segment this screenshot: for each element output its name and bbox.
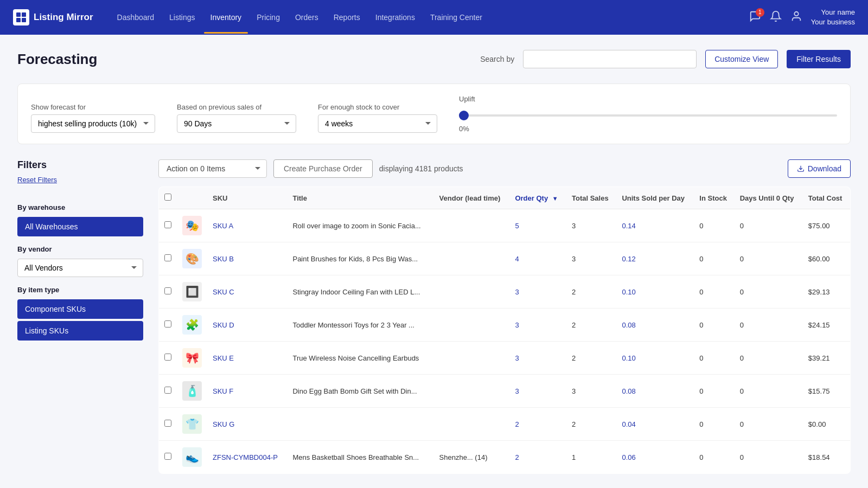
total-cost-cell: $24.15 [803,309,851,342]
cover-select[interactable]: 4 weeks [318,114,437,133]
svg-rect-2 [16,18,21,22]
filter-results-button[interactable]: Filter Results [787,50,851,68]
total-sales-cell: 3 [566,209,616,242]
product-image: 👟 [182,447,202,467]
days-until-cell: 0 [735,441,803,474]
in-stock-cell: 0 [694,375,734,408]
uplift-slider[interactable] [459,114,837,117]
table-row: 🎭 SKU A Roll over image to zoom in Sonic… [159,209,851,242]
order-qty-link[interactable]: 3 [515,387,519,395]
show-forecast-select[interactable]: highest selling products (10k) [31,114,155,133]
title-header: Title [287,187,433,209]
order-qty-link[interactable]: 3 [515,354,519,362]
order-qty-link[interactable]: 2 [515,453,519,461]
total-sales-cell: 3 [566,242,616,275]
nav-item-inventory[interactable]: Inventory [204,9,248,26]
units-sold-link[interactable]: 0.06 [622,453,635,461]
row-checkbox[interactable] [164,387,171,394]
uplift-label: Uplift [459,95,837,103]
order-qty-link[interactable]: 3 [515,288,519,296]
user-avatar-icon[interactable] [790,10,802,25]
sku-cell: ZFSN-CYMBD004-P [207,441,287,474]
sort-icon: ▼ [552,195,558,202]
product-image: 🧩 [182,315,202,335]
row-checkbox[interactable] [164,354,171,361]
product-image: 🔲 [182,282,202,301]
units-sold-link[interactable]: 0.08 [622,321,635,329]
bell-icon[interactable] [770,10,782,25]
total-sales-cell: 1 [566,441,616,474]
sku-link[interactable]: SKU B [213,255,234,263]
in-stock-cell: 0 [694,408,734,441]
units-sold-link[interactable]: 0.10 [622,354,635,362]
units-sold-link[interactable]: 0.10 [622,288,635,296]
search-input[interactable] [523,50,697,68]
select-all-checkbox[interactable] [164,194,171,201]
sku-link[interactable]: SKU C [213,288,234,296]
sku-link[interactable]: SKU A [213,222,233,230]
total-sales-cell: 2 [566,342,616,375]
title-cell: Toddler Montessori Toys for 2 3 Year ... [287,309,433,342]
nav-item-training[interactable]: Training Center [424,9,489,26]
vendor-cell [434,342,510,375]
all-warehouses-button[interactable]: All Warehouses [17,217,143,236]
units-sold-link[interactable]: 0.08 [622,387,635,395]
user-name: Your name [811,8,855,17]
order-qty-cell: 2 [509,408,566,441]
sku-cell: SKU E [207,342,287,375]
order-qty-link[interactable]: 2 [515,420,519,428]
customize-view-button[interactable]: Customize View [705,50,778,68]
units-sold-link[interactable]: 0.14 [622,222,635,230]
download-label: Download [808,164,841,173]
row-checkbox[interactable] [164,320,171,328]
in-stock-cell: 0 [694,309,734,342]
sku-link[interactable]: ZFSN-CYMBD004-P [213,453,278,461]
product-image-cell: 🧩 [177,309,207,342]
row-checkbox[interactable] [164,221,171,228]
order-qty-header[interactable]: Order Qty ▼ [509,187,566,209]
table-area: Action on 0 Items Create Purchase Order … [143,159,851,474]
nav-item-integrations[interactable]: Integrations [369,9,422,26]
total-cost-cell: $29.13 [803,275,851,309]
table-toolbar: Action on 0 Items Create Purchase Order … [158,159,851,178]
download-button[interactable]: Download [788,159,851,178]
sku-link[interactable]: SKU D [213,321,234,329]
vendor-select[interactable]: All Vendors [17,259,143,277]
units-sold-link[interactable]: 0.12 [622,255,635,263]
nav-item-pricing[interactable]: Pricing [250,9,286,26]
download-icon [797,165,805,172]
action-select[interactable]: Action on 0 Items [158,159,267,178]
days-until-cell: 0 [735,342,803,375]
nav-item-dashboard[interactable]: Dashboard [111,9,161,26]
based-on-group: Based on previous sales of 90 Days [177,103,296,133]
row-checkbox[interactable] [164,420,171,427]
cover-label: For enough stock to cover [318,103,437,111]
component-skus-button[interactable]: Component SKUs [17,299,143,319]
units-sold-link[interactable]: 0.04 [622,420,635,428]
nav-item-orders[interactable]: Orders [289,9,325,26]
row-checkbox[interactable] [164,254,171,261]
days-until-cell: 0 [735,209,803,242]
reset-filters-link[interactable]: Reset Filters [17,176,57,184]
brand-logo[interactable]: Listing Mirror [13,9,93,25]
row-checkbox[interactable] [164,287,171,294]
row-checkbox[interactable] [164,453,171,460]
based-on-label: Based on previous sales of [177,103,296,111]
uplift-slider-wrap [459,110,837,118]
nav-item-listings[interactable]: Listings [163,9,201,26]
based-on-select[interactable]: 90 Days [177,114,296,133]
order-qty-link[interactable]: 3 [515,321,519,329]
vendor-cell [434,375,510,408]
order-qty-cell: 3 [509,342,566,375]
product-image-cell: 👟 [177,441,207,474]
order-qty-link[interactable]: 4 [515,255,519,263]
order-qty-link[interactable]: 5 [515,222,519,230]
messages-icon[interactable]: 1 [749,10,761,25]
sku-link[interactable]: SKU F [213,387,233,395]
sku-link[interactable]: SKU G [213,420,234,428]
sku-link[interactable]: SKU E [213,354,234,362]
listing-skus-button[interactable]: Listing SKUs [17,321,143,341]
create-purchase-order-button[interactable]: Create Purchase Order [273,159,373,178]
nav-item-reports[interactable]: Reports [327,9,367,26]
svg-rect-0 [16,12,21,17]
